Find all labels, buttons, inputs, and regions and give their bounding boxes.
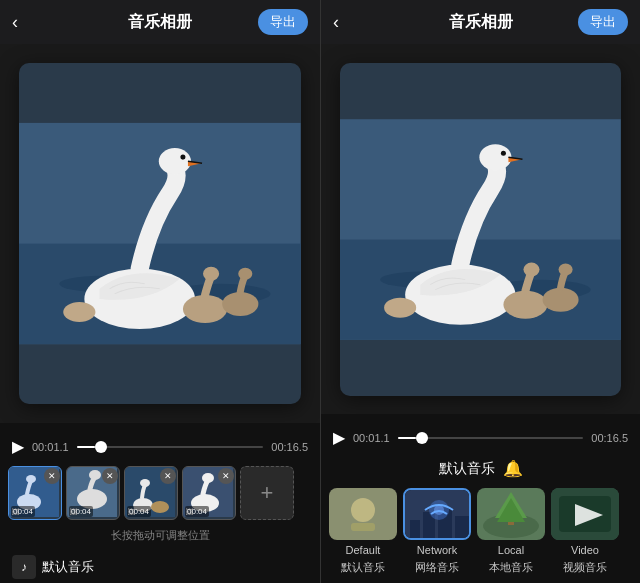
thumb-duration-1: 00:04 <box>11 506 35 517</box>
right-bottom-controls: ▶ 00:01.1 00:16.5 默认音乐 🔔 <box>321 414 640 583</box>
svg-point-39 <box>351 498 375 522</box>
thumb-close-1[interactable]: ✕ <box>44 468 60 484</box>
thumb-duration-4: 00:04 <box>185 506 209 517</box>
thumb-close-3[interactable]: ✕ <box>160 468 176 484</box>
music-option-network-label-cn: 网络音乐 <box>415 560 459 575</box>
right-back-button[interactable]: ‹ <box>333 12 339 33</box>
left-export-button[interactable]: 导出 <box>258 9 308 35</box>
right-progress-fill <box>398 437 417 439</box>
left-progress-thumb[interactable] <box>95 441 107 453</box>
right-image-area <box>321 44 640 414</box>
thumb-item-4[interactable]: ✕ 🖼 00:04 <box>182 466 236 520</box>
left-thumbnails-row: ✕ 🖼 00:04 ✕ 🖼 <box>0 462 320 524</box>
left-swan-card <box>19 63 301 404</box>
music-option-video-thumb[interactable] <box>551 488 619 540</box>
thumb-item-1[interactable]: ✕ 🖼 00:04 <box>8 466 62 520</box>
svg-point-34 <box>524 262 540 276</box>
right-time-end: 00:16.5 <box>591 432 628 444</box>
svg-point-35 <box>543 287 579 311</box>
music-option-local-label-cn: 本地音乐 <box>489 560 533 575</box>
left-playback-row: ▶ 00:01.1 00:16.5 <box>0 431 320 462</box>
right-title: 音乐相册 <box>449 12 513 33</box>
svg-point-7 <box>183 295 227 323</box>
left-image-area <box>0 44 320 423</box>
svg-point-33 <box>504 290 548 318</box>
right-music-options-row: Default 默认音乐 <box>321 484 640 583</box>
svg-rect-40 <box>351 523 375 531</box>
right-music-default-label: 默认音乐 <box>439 460 495 478</box>
left-time-end: 00:16.5 <box>271 441 308 453</box>
left-bottom-controls: ▶ 00:01.1 00:16.5 ✕ 🖼 00:04 <box>0 423 320 583</box>
right-export-button[interactable]: 导出 <box>578 9 628 35</box>
thumb-item-3[interactable]: ✕ 🖼 00:04 <box>124 466 178 520</box>
svg-point-31 <box>479 144 511 170</box>
music-option-local-label: Local <box>498 544 524 556</box>
left-panel: ‹ 音乐相册 导出 <box>0 0 320 583</box>
svg-point-10 <box>238 268 252 280</box>
music-option-network-label: Network <box>417 544 457 556</box>
music-option-video-label-cn: 视频音乐 <box>563 560 607 575</box>
svg-rect-45 <box>455 516 469 540</box>
svg-point-8 <box>203 267 219 281</box>
music-option-network[interactable]: Network 网络音乐 <box>403 488 471 575</box>
right-volume-icon[interactable]: 🔔 <box>503 459 523 478</box>
svg-point-25 <box>202 473 214 483</box>
svg-point-11 <box>63 302 95 322</box>
right-panel: ‹ 音乐相册 导出 <box>320 0 640 583</box>
music-option-default[interactable]: Default 默认音乐 <box>329 488 397 575</box>
thumb-close-4[interactable]: ✕ <box>218 468 234 484</box>
svg-point-9 <box>222 292 258 316</box>
left-back-button[interactable]: ‹ <box>12 12 18 33</box>
svg-point-18 <box>89 470 101 480</box>
thumb-add-button[interactable]: + <box>240 466 294 520</box>
left-progress-fill <box>77 446 96 448</box>
music-option-default-label: Default <box>346 544 381 556</box>
right-swan-card <box>340 63 621 396</box>
left-music-label-row: ♪ 默认音乐 <box>0 551 320 583</box>
left-play-button[interactable]: ▶ <box>12 437 24 456</box>
thumb-duration-3: 00:04 <box>127 506 151 517</box>
music-option-default-thumb[interactable] <box>329 488 397 540</box>
svg-point-5 <box>159 148 191 174</box>
svg-point-6 <box>181 155 186 160</box>
left-header: ‹ 音乐相册 导出 <box>0 0 320 44</box>
music-option-video[interactable]: Video 视频音乐 <box>551 488 619 575</box>
music-option-local-thumb[interactable] <box>477 488 545 540</box>
music-option-network-thumb[interactable] <box>403 488 471 540</box>
right-music-default-row: 默认音乐 🔔 <box>321 453 640 484</box>
right-header: ‹ 音乐相册 导出 <box>321 0 640 44</box>
right-playback-row: ▶ 00:01.1 00:16.5 <box>321 422 640 453</box>
svg-point-36 <box>559 263 573 275</box>
left-music-label: 默认音乐 <box>42 558 94 576</box>
music-option-local[interactable]: Local 本地音乐 <box>477 488 545 575</box>
right-play-button[interactable]: ▶ <box>333 428 345 447</box>
svg-rect-42 <box>410 520 420 540</box>
music-option-video-label: Video <box>571 544 599 556</box>
svg-point-22 <box>151 501 169 513</box>
thumb-close-2[interactable]: ✕ <box>102 468 118 484</box>
right-progress-bar[interactable] <box>398 437 584 439</box>
hint-text: 长按拖动可调整位置 <box>0 524 320 551</box>
svg-point-21 <box>140 479 150 487</box>
svg-point-32 <box>501 150 506 155</box>
music-option-default-label-cn: 默认音乐 <box>341 560 385 575</box>
right-time-start: 00:01.1 <box>353 432 390 444</box>
left-progress-bar[interactable] <box>77 446 264 448</box>
left-music-icon: ♪ <box>12 555 36 579</box>
thumb-item-2[interactable]: ✕ 🖼 00:04 <box>66 466 120 520</box>
left-time-start: 00:01.1 <box>32 441 69 453</box>
thumb-duration-2: 00:04 <box>69 506 93 517</box>
right-progress-thumb[interactable] <box>416 432 428 444</box>
left-title: 音乐相册 <box>128 12 192 33</box>
svg-point-37 <box>384 297 416 317</box>
